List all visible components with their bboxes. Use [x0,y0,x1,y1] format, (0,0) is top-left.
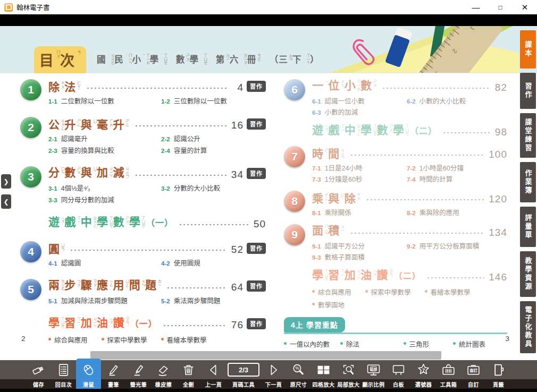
zhuyin-ruby: ㄧ [324,80,328,83]
title-char: 位ㄨㄟˋ [328,79,344,92]
sidebar-tab-2[interactable]: 課堂練習 [520,113,536,158]
toc-section-boost[interactable]: 學ㄒㄩㄝˊ習ㄒㄧˊ加ㄐㄧㄚ油ㄧㄡˊ讚ㄗㄢˋ（二）146綜合與應用探索中學數學看繪… [312,268,507,310]
toc-subsection[interactable]: 1-2三位數除以一位數 [161,96,266,106]
toc-subsection[interactable]: 9-1認識平方公分 [312,241,407,251]
workbook-badge[interactable]: 習作 [247,118,266,130]
toolbar-item-tabs[interactable]: 頁籤 [486,360,510,389]
title-char: 民ㄇㄧㄣˊ [114,53,132,67]
scrollbar-thumb[interactable] [90,351,441,360]
zhuyin-ruby: ㄩㄥˋ [125,279,129,291]
toc-subsection[interactable]: 5-1加減與除法兩步驟問題 [48,295,161,305]
zhuyin-ruby: ㄒㄧˋ [77,216,80,227]
toc-section-boost[interactable]: 學ㄒㄩㄝˊ習ㄒㄧˊ加ㄐㄧㄚ油ㄧㄡˊ讚ㄗㄢˋ（一）76習作綜合與應用探索中學數學看… [48,316,266,345]
trash-icon [181,360,196,379]
toc-subsections: 9-1認識平方公分9-2用平方公分板算面積9-3數格子算面積 [312,241,507,262]
zhuyin-ruby: ㄒㄧˋ [340,124,344,135]
toc-chapter-9[interactable]: 9面ㄇㄧㄢˋ積ㄐㄧ1349-1認識平方公分9-2用平方公分板算面積9-3數格子算… [284,224,507,262]
toc-subsection[interactable]: 7-11日是24小時 [312,163,407,173]
workbook-badge[interactable]: 習作 [247,168,266,179]
workbook-badge[interactable]: 習作 [247,318,266,329]
toc-subsection[interactable]: 6-3小數的加減 [312,107,407,117]
toolbar-item-zoom-percent[interactable]: %原尺寸 [287,360,311,389]
toc-chapter-7[interactable]: 7時ㄕˊ間ㄐㄧㄢ1007-11日是24小時7-21小時是60分鐘7-31分鐘是6… [284,146,507,184]
title-char: 學ㄒㄩㄝˊ [312,268,328,283]
sidebar-tab-textbook[interactable]: 課本 [520,30,536,69]
toc-chapter-1[interactable]: 1除ㄔㄨˊ法ㄈㄚˇ4習作1-1二位數除以一位數1-2三位數除以一位數 [20,79,266,106]
toc-subsection[interactable]: 2-1認識毫升 [48,133,161,143]
toc-subsection[interactable]: 3-14個⅓是⁴⁄₃ [48,183,161,193]
minimize-icon[interactable]: — [464,0,488,14]
chapter-body: 時ㄕˊ間ㄐㄧㄢ1007-11日是24小時7-21小時是60分鐘7-31分鐘是60… [312,146,507,184]
toolbar-item-mouse[interactable]: 滑鼠 [77,360,100,389]
collapse-panel-button[interactable]: ❮ [1,194,11,209]
title-char: ） [310,53,320,65]
toc-chapter-6[interactable]: 6一ㄧ位ㄨㄟˋ小ㄒㄧㄠˇ數ㄕㄨˋ826-1認識一位小數6-2小數的大小比較6-3… [284,79,507,117]
toc-subsection[interactable]: 2-4容量的計算 [161,145,266,155]
sidebar-tab-4[interactable]: 評量單 [520,207,536,247]
toc-subsection[interactable]: 2-2認識公升 [161,133,266,143]
expand-panel-button[interactable]: ❯ [1,174,11,189]
toc-subsection[interactable]: 8-1乘除關係 [312,207,407,217]
title-char: 公ㄍㄨㄥ [48,118,64,131]
toolbar-item-highlighter[interactable]: 螢光筆 [127,360,150,389]
toolbar-item-eraser[interactable]: 橡皮擦 [152,360,175,389]
toc-section-game[interactable]: 遊ㄧㄡˊ戲ㄒㄧˋ中ㄓㄨㄥ學ㄒㄩㄝˊ數ㄕㄨˋ學ㄒㄩㄝˊ（一）50 [48,215,266,230]
toolbar-item-toolbox[interactable]: 工具箱 [437,360,460,389]
toolbar-item-star[interactable]: 7選號器 [412,360,435,389]
toc-chapter-2[interactable]: 2公ㄍㄨㄥ升ㄕㄥ與ㄩˇ毫ㄏㄠˊ升ㄕㄥ16習作2-1認識毫升2-2認識公升2-3容… [20,116,266,155]
toc-subsection[interactable]: 9-3數格子算面積 [312,252,407,262]
toc-subsection[interactable]: 9-2用平方公分板算面積 [407,241,507,251]
toc-subsection[interactable]: 6-2小數的大小比較 [407,96,507,106]
zhuyin-ruby: ㄕㄨˋ [389,124,392,135]
toc-chapter-8[interactable]: 8乘ㄔㄥˊ與ㄩˇ除ㄔㄨˊ1208-1乘除關係8-2乘與除的應用 [284,190,507,217]
toolbar-item-monitor[interactable]: 延伸顯示比例 [362,360,385,389]
subsection-title: 容量的計算 [174,145,207,155]
sidebar-tab-3[interactable]: 作業簿 [520,162,536,202]
toc-subsection[interactable]: 3-2分數的大小比較 [161,183,266,193]
zhuyin-ruby: ㄒㄧˊ [77,317,80,328]
toc-chapter-4[interactable]: 4圓ㄩㄢˊ52習作4-1認識圓4-2使用圓規 [20,241,266,268]
toc-page-number: 50 [254,219,266,230]
toolbar-item-pen[interactable]: 畫筆 [102,360,125,389]
toc-subsection[interactable]: 8-2乘與除的應用 [407,207,507,217]
toc-section-game[interactable]: 遊ㄧㄡˊ戲ㄒㄧˋ中ㄓㄨㄥ學ㄒㄩㄝˊ數ㄕㄨˋ學ㄒㄩㄝˊ（二）98 [312,123,507,138]
toc-subsection[interactable]: 1-1二位數除以一位數 [48,96,161,106]
toolbar-item-custom[interactable]: 自訂自訂 [462,360,485,389]
toc-chapter-5[interactable]: 5兩ㄌㄧㄤˇ步ㄅㄨˋ驟ㄗㄡˋ應ㄧㄥˋ用ㄩㄥˋ問ㄨㄣˋ題ㄊㄧˊ64習作5-1加減與… [20,278,266,305]
sidebar-tab-5[interactable]: 教學資源 [520,251,536,297]
subsection-title: 認識圓 [61,258,81,268]
toolbar-item-usb[interactable]: 儲存 [27,360,51,389]
close-icon[interactable]: ✕ [513,0,537,14]
workbook-badge[interactable]: 習作 [247,81,266,92]
toolbar-item-whiteboard[interactable]: 白板 [387,360,410,389]
toc-subsection[interactable]: 4-1認識圓 [48,258,161,268]
toolbar-item-prev[interactable]: 上一頁 [202,360,225,389]
maximize-icon[interactable]: □ [488,0,513,14]
toc-subsections: 3-14個⅓是⁴⁄₃3-2分數的大小比較3-3同分母分數的加減 [48,183,266,204]
toc-subsection[interactable]: 5-2乘法兩步驟問題 [161,295,266,305]
toolbar-item-next[interactable]: 下一頁 [262,360,286,389]
toolbar-item-area-zoom[interactable]: 局部放大 [337,360,360,389]
title-char: 問ㄨㄣˋ [129,278,145,292]
toc-subsection[interactable]: 6-1認識一位小數 [312,96,407,106]
toolbar-item-toc[interactable]: 回目次 [52,360,75,389]
title-char: 習ㄒㄧˊ [64,316,80,329]
toc-subsection[interactable]: 7-4時間的計算 [407,174,507,184]
toolbar-item-trash[interactable]: 全刪 [177,360,200,389]
toolbar-item-page-indicator[interactable]: 2/3頁碼工具 [226,360,261,389]
title-char: 中ㄓㄨㄥ [345,123,360,137]
chapter-body: 分ㄈㄣ數ㄕㄨˋ與ㄩˇ加ㄐㄧㄚ減ㄐㄧㄢˇ34習作3-14個⅓是⁴⁄₃3-2分數的大… [48,166,266,204]
sidebar-tab-1[interactable]: 習作 [520,73,536,109]
toc-subsection[interactable]: 2-3容量的換算與比較 [48,145,161,155]
workbook-badge[interactable]: 習作 [247,243,266,254]
toc-subsection[interactable]: 4-2使用圓規 [161,258,266,268]
toc-subsection[interactable]: 3-3同分母分數的加減 [48,194,161,204]
workbook-badge[interactable]: 習作 [247,280,266,292]
toc-chapter-3[interactable]: 3分ㄈㄣ數ㄕㄨˋ與ㄩˇ加ㄐㄧㄚ減ㄐㄧㄢˇ34習作3-14個⅓是⁴⁄₃3-2分數的… [20,166,266,204]
toolbar-item-quad-zoom[interactable]: 四格放大 [312,360,335,389]
subsection-title: 1分鐘是60秒 [325,174,363,184]
sidebar-tab-6[interactable]: 電子化教具 [520,301,536,353]
toc-subsection[interactable]: 7-21小時是60分鐘 [407,163,507,173]
zhuyin-ruby: ㄍㄨㄛˊ [107,54,115,67]
toc-subsection[interactable]: 7-31分鐘是60秒 [312,174,407,184]
